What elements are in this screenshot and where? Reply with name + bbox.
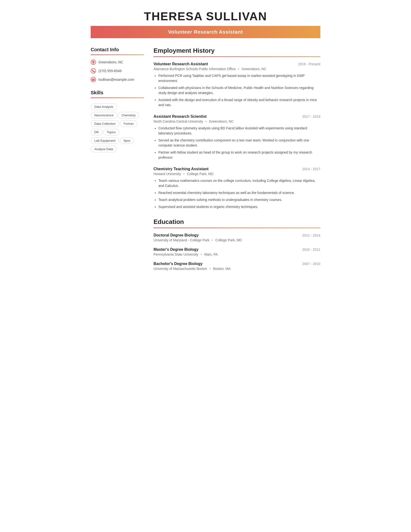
edu-header: Doctoral Degree Biology2011 - 2014 [154, 233, 320, 238]
job-dates: 2017 - 2019 [302, 115, 320, 118]
edu-degree: Master's Degree Biology [154, 247, 198, 252]
skill-tag: Lab Equipment [91, 137, 119, 144]
job-dates: 2014 - 2017 [302, 167, 320, 171]
edu-header: Bachelor's Degree Biology2007 - 2010 [154, 262, 320, 266]
education-heading: Education [154, 218, 320, 226]
right-column: Employment History Volunteer Research As… [154, 47, 320, 276]
skills-divider [91, 97, 144, 98]
job-block: Assistant Research Scientist2017 - 2019N… [154, 114, 320, 160]
job-bullet: Assisted with the design and execution o… [158, 97, 320, 108]
edu-block: Master's Degree Biology2010 - 2011Pennsy… [154, 247, 320, 256]
phone-icon [91, 68, 96, 74]
education-divider [154, 228, 320, 228]
job-header: Chemistry Teaching Assistant2014 - 2017 [154, 167, 320, 171]
candidate-name: THERESA SULLIVAN [91, 10, 320, 23]
contact-phone: (270) 555-6549 [91, 68, 144, 74]
job-title: Assistant Research Scientist [154, 114, 207, 119]
email-text: tsullivan@example.com [98, 78, 134, 82]
job-bullet: Teach various mathematics courses on the… [158, 178, 320, 188]
edu-header: Master's Degree Biology2010 - 2011 [154, 247, 320, 252]
job-sub: Alamance-Burlington Schools Public Infor… [154, 67, 320, 71]
skill-tag: Analyze Data [91, 146, 117, 152]
contact-email: tsullivan@example.com [91, 77, 144, 82]
skill-tag: Data Collection [91, 120, 119, 127]
job-bullet: Supervised and assisted students in orga… [158, 204, 320, 209]
left-column: Contact Info Greensboro, NC [91, 47, 144, 276]
job-header: Assistant Research Scientist2017 - 2019 [154, 114, 320, 119]
job-bullet: Reached essential chemistry laboratory t… [158, 190, 320, 195]
employment-divider [154, 56, 320, 57]
skills-section: Skills Data AnalysisNeuroscienceChemistr… [91, 90, 144, 153]
skill-tag: Fortran [120, 120, 137, 127]
employment-heading: Employment History [154, 47, 320, 54]
job-sub: Howard University • College Park, MD [154, 172, 320, 176]
skill-tag: Neuroscience [91, 112, 117, 118]
job-bullet: Conducted flow cytometry analysis using … [158, 126, 320, 136]
job-dates: 2019 - Present [298, 62, 320, 66]
resume-page: THERESA SULLIVAN Volunteer Research Assi… [91, 0, 320, 290]
location-icon [91, 59, 96, 65]
job-title: Chemistry Teaching Assistant [154, 167, 209, 171]
edu-sub: University of Maryland - College Park • … [154, 238, 320, 242]
job-bullets: Teach various mathematics courses on the… [154, 178, 320, 209]
header: THERESA SULLIVAN Volunteer Research Assi… [91, 10, 320, 38]
job-bullet: Teach analytical problem solving methods… [158, 197, 320, 202]
job-title: Volunteer Research Assistant [154, 62, 208, 66]
edu-degree: Doctoral Degree Biology [154, 233, 199, 238]
body-layout: Contact Info Greensboro, NC [91, 47, 320, 276]
phone-text: (270) 555-6549 [98, 69, 121, 73]
employment-section: Employment History Volunteer Research As… [154, 47, 320, 209]
edu-block: Bachelor's Degree Biology2007 - 2010Univ… [154, 262, 320, 271]
candidate-title: Volunteer Research Assistant [168, 29, 243, 35]
edu-sub: University of Massachusetts Boston • Bos… [154, 267, 320, 271]
title-bar: Volunteer Research Assistant [91, 26, 320, 38]
education-section: Education Doctoral Degree Biology2011 - … [154, 218, 320, 271]
job-bullet: Collaborated with physicians in the Scho… [158, 85, 320, 95]
skill-tag: DR [91, 129, 103, 135]
email-icon [91, 77, 96, 82]
skill-tag: Data Analysis [91, 104, 117, 110]
job-header: Volunteer Research Assistant2019 - Prese… [154, 62, 320, 66]
edu-dates: 2010 - 2011 [302, 248, 320, 251]
location-text: Greensboro, NC [98, 60, 123, 64]
edu-dates: 2007 - 2010 [302, 262, 320, 266]
contact-divider [91, 54, 144, 55]
job-block: Volunteer Research Assistant2019 - Prese… [154, 62, 320, 108]
job-bullet: Served as the chemistry contribution com… [158, 138, 320, 148]
contact-heading: Contact Info [91, 47, 144, 52]
contact-location: Greensboro, NC [91, 59, 144, 65]
edu-degree: Bachelor's Degree Biology [154, 262, 203, 266]
skill-tag: Topics [103, 129, 120, 135]
edu-block: Doctoral Degree Biology2011 - 2014Univer… [154, 233, 320, 242]
skill-tag: Spss [120, 137, 134, 144]
contact-section: Contact Info Greensboro, NC [91, 47, 144, 82]
skill-tag: Chemistry [118, 112, 140, 118]
job-bullet: Partner with fellow student as head of t… [158, 150, 320, 160]
job-sub: North Carolina Central University • Gree… [154, 119, 320, 123]
job-bullets: Conducted flow cytometry analysis using … [154, 126, 320, 160]
edu-sub: Pennsylvania State University • Main, PA [154, 252, 320, 256]
job-block: Chemistry Teaching Assistant2014 - 2017H… [154, 167, 320, 209]
skills-tags: Data AnalysisNeuroscienceChemistryData C… [91, 103, 144, 153]
job-bullet: Performed PCR using TaqMan and CAPS gel … [158, 73, 320, 83]
jobs-container: Volunteer Research Assistant2019 - Prese… [154, 62, 320, 209]
edu-dates: 2011 - 2014 [302, 233, 320, 237]
edu-container: Doctoral Degree Biology2011 - 2014Univer… [154, 233, 320, 271]
job-bullets: Performed PCR using TaqMan and CAPS gel … [154, 73, 320, 108]
skills-heading: Skills [91, 90, 144, 95]
